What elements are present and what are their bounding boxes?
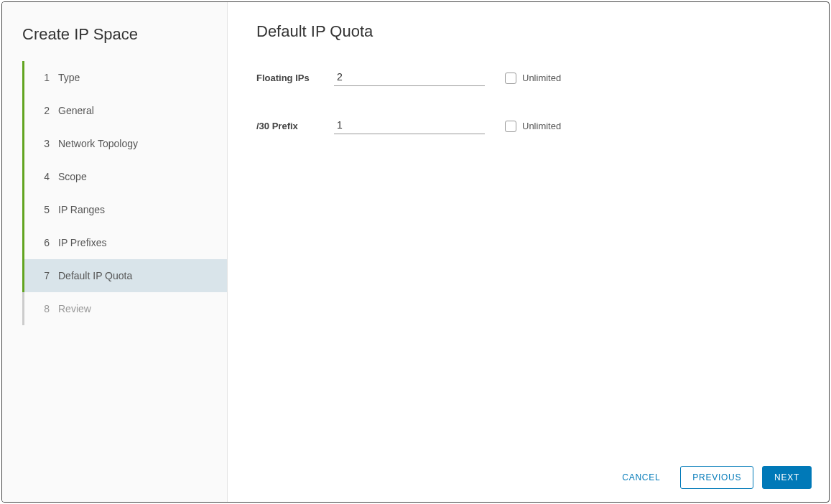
step-label: IP Prefixes	[58, 237, 106, 248]
previous-button[interactable]: Previous	[680, 466, 753, 489]
checkbox-icon	[505, 121, 516, 132]
step-number: 8	[35, 303, 50, 314]
dialog-body: Create IP Space 1 Type 2 General 3 Netwo…	[2, 2, 829, 502]
wizard-title: Create IP Space	[2, 19, 227, 61]
step-label: Review	[58, 303, 91, 314]
page-title: Default IP Quota	[256, 22, 800, 41]
content-area: Default IP Quota Floating IPs Unlimited …	[228, 2, 829, 453]
prefix-30-label: /30 Prefix	[256, 121, 334, 131]
step-general[interactable]: 2 General	[22, 94, 227, 127]
step-label: Scope	[58, 171, 87, 182]
step-type[interactable]: 1 Type	[22, 61, 227, 94]
step-label: Default IP Quota	[58, 270, 132, 281]
next-button[interactable]: Next	[762, 466, 812, 489]
floating-ips-label: Floating IPs	[256, 73, 334, 83]
checkbox-label: Unlimited	[522, 121, 561, 131]
step-review: 8 Review	[22, 292, 227, 325]
step-label: Network Topology	[58, 138, 138, 149]
step-number: 6	[35, 237, 50, 248]
step-scope[interactable]: 4 Scope	[22, 160, 227, 193]
step-number: 5	[35, 204, 50, 215]
step-number: 1	[35, 72, 50, 83]
wizard-sidebar: Create IP Space 1 Type 2 General 3 Netwo…	[2, 2, 228, 502]
create-ip-space-dialog: Create IP Space 1 Type 2 General 3 Netwo…	[1, 1, 830, 503]
step-label: Type	[58, 72, 80, 83]
step-ip-ranges[interactable]: 5 IP Ranges	[22, 193, 227, 226]
step-default-ip-quota[interactable]: 7 Default IP Quota	[22, 259, 227, 292]
step-number: 2	[35, 105, 50, 116]
floating-ips-row: Floating IPs Unlimited	[256, 70, 800, 86]
floating-ips-input[interactable]	[334, 70, 485, 86]
step-number: 4	[35, 171, 50, 182]
cancel-button[interactable]: Cancel	[611, 467, 672, 488]
prefix-30-input[interactable]	[334, 118, 485, 134]
step-label: IP Ranges	[58, 204, 105, 215]
wizard-steps: 1 Type 2 General 3 Network Topology 4 Sc…	[2, 61, 227, 325]
main-panel: Default IP Quota Floating IPs Unlimited …	[228, 2, 829, 502]
step-number: 3	[35, 138, 50, 149]
prefix-30-row: /30 Prefix Unlimited	[256, 118, 800, 134]
dialog-footer: Cancel Previous Next	[228, 453, 829, 502]
step-network-topology[interactable]: 3 Network Topology	[22, 127, 227, 160]
step-label: General	[58, 105, 94, 116]
checkbox-icon	[505, 73, 516, 84]
floating-ips-unlimited-checkbox[interactable]: Unlimited	[505, 73, 561, 84]
step-ip-prefixes[interactable]: 6 IP Prefixes	[22, 226, 227, 259]
checkbox-label: Unlimited	[522, 73, 561, 83]
prefix-30-unlimited-checkbox[interactable]: Unlimited	[505, 121, 561, 132]
step-number: 7	[35, 270, 50, 281]
